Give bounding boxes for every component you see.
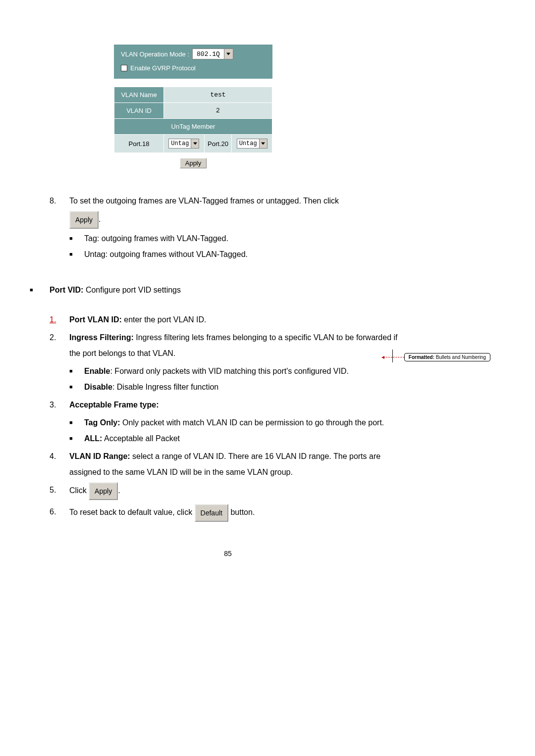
vlan-name-header: VLAN Name [114, 87, 164, 103]
item3-number: 3. [50, 397, 69, 413]
bullet-icon [69, 231, 84, 247]
revision-bubble: Formatted: Bullets and Numbering [404, 353, 490, 361]
item5-number: 5. [50, 482, 69, 500]
vlan-table: VLAN Name test VLAN ID 2 UnTag Member Po… [114, 87, 272, 153]
port20-select[interactable]: Untag [237, 139, 268, 149]
bullet-icon [69, 379, 84, 395]
vlan-id-header: VLAN ID [114, 103, 164, 119]
chevron-down-icon [259, 139, 267, 148]
item2-number: 2. [50, 330, 69, 361]
item3-bold: Acceptable Frame type: [69, 401, 159, 409]
default-button-inline[interactable]: Default [195, 504, 228, 522]
item3-b2-rest: Acceptable all Packet [102, 434, 180, 443]
bullet-icon [69, 431, 84, 447]
item2-b2-bold: Disable [84, 383, 112, 391]
vlan-mode-value: 802.1Q [193, 50, 224, 58]
port20-label: Port.20 [204, 135, 232, 153]
svg-marker-0 [226, 53, 230, 55]
vlan-config-panel: VLAN Operation Mode : 802.1Q Enable GVRP… [114, 45, 272, 173]
document-body: 8. To set the outgoing frames are VLAN-T… [50, 193, 406, 560]
mode-label: VLAN Operation Mode : [121, 50, 189, 58]
item3-b1-rest: Only packet with match VLAN ID can be pe… [120, 418, 384, 427]
port20-value: Untag [237, 140, 259, 147]
item2-bold: Ingress Filtering: [69, 333, 134, 342]
vlan-mode-select[interactable]: 802.1Q [192, 49, 233, 59]
apply-button-inline[interactable]: Apply [89, 482, 118, 500]
vlan-name-value: test [164, 87, 272, 103]
untag-member-header: UnTag Member [114, 119, 272, 135]
vlan-id-value: 2 [164, 103, 272, 119]
item4-bold: VLAN ID Range: [69, 452, 130, 460]
gvrp-label: Enable GVRP Protocol [130, 64, 196, 72]
item6-number: 6. [50, 504, 69, 522]
step8-text: To set the outgoing frames are VLAN-Tagg… [69, 197, 339, 205]
portvid-rest: Configure port VID settings [83, 286, 181, 294]
step8-bullet-tag: Tag: outgoing frames with VLAN-Tagged. [84, 231, 228, 247]
step8-bullet-untag: Untag: outgoing frames without VLAN-Tagg… [84, 247, 248, 262]
item1-bold: Port VLAN ID: [69, 315, 122, 324]
apply-button[interactable]: Apply [180, 158, 207, 168]
bullet-icon [30, 282, 50, 298]
step8-period: . [99, 215, 101, 223]
bullet-icon [69, 363, 84, 379]
item4-number: 4. [50, 449, 69, 480]
revision-bold: Formatted: [409, 354, 434, 360]
page-number: 85 [50, 547, 406, 560]
item1-number: 1. [50, 312, 69, 328]
gvrp-checkbox[interactable] [121, 65, 127, 71]
item1-rest: enter the port VLAN ID. [122, 315, 207, 324]
item2-b2-rest: : Disable Ingress filter function [112, 383, 218, 391]
item2-b1-rest: : Forward only packets with VID matching… [110, 367, 348, 375]
svg-marker-1 [193, 143, 197, 145]
svg-marker-2 [261, 143, 265, 145]
bullet-icon [69, 247, 84, 262]
item2-b1-bold: Enable [84, 367, 110, 375]
step8-number: 8. [50, 193, 69, 209]
port18-select[interactable]: Untag [168, 139, 199, 149]
revision-callout: Formatted: Bullets and Numbering [383, 353, 490, 361]
portvid-bold: Port VID: [50, 286, 83, 294]
revision-rest: Bullets and Numbering [434, 354, 486, 360]
item6-text-a: To reset back to default value, click [69, 508, 195, 516]
port18-value: Untag [169, 140, 191, 147]
chevron-down-icon [191, 139, 199, 148]
bullet-icon [69, 415, 84, 431]
item6-text-b: button. [230, 508, 255, 516]
revision-leader-line [383, 357, 404, 357]
item5-text: Click [69, 486, 89, 495]
chevron-down-icon [224, 49, 233, 59]
item3-b1-bold: Tag Only: [84, 418, 120, 427]
port18-label: Port.18 [114, 135, 164, 153]
apply-button-inline[interactable]: Apply [69, 211, 99, 229]
item5-period: . [118, 486, 120, 495]
item3-b2-bold: ALL: [84, 434, 102, 443]
